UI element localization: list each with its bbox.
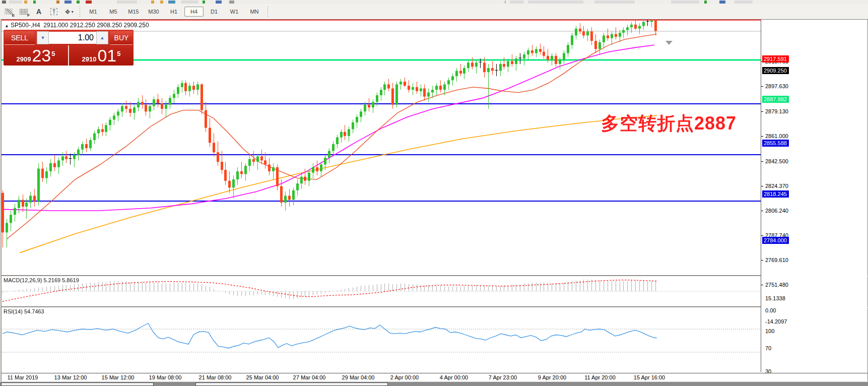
symbol-label: SP500-,H4	[11, 22, 40, 29]
macd-scale-label: 15.1338	[765, 295, 785, 301]
time-tick-label: 4 Apr 00:00	[440, 374, 468, 380]
drawing-tools-group: EFAT❖▾	[1, 6, 77, 18]
toolbar-icon-fragment	[33, 1, 36, 4]
ohlc-values: 2911.000 2912.250 2908.250 2909.250	[43, 22, 149, 29]
volume-input[interactable]	[49, 32, 96, 44]
bid-price-handle: 2909	[17, 55, 31, 63]
timeframe-button-m1[interactable]: M1	[84, 7, 103, 17]
timeframe-button-m5[interactable]: M5	[104, 7, 123, 17]
timeframe-button-h1[interactable]: H1	[164, 7, 183, 17]
taskbar-sliver	[0, 381, 868, 386]
time-tick-label: 7 Apr 23:00	[489, 374, 517, 380]
timeframe-button-m30[interactable]: M30	[144, 7, 163, 17]
time-tick-label: 9 Apr 20:00	[538, 374, 566, 380]
toolbar-icon-fragment	[86, 1, 92, 4]
rsi-scale-label: 70	[765, 345, 771, 351]
ask-price-handle: 2910	[82, 55, 97, 63]
one-click-trading-panel: SELL ▼ ▲ BUY 2909 23 5 2910	[4, 30, 133, 66]
hline-price-tag: 2909.250	[762, 67, 789, 74]
toolbar-icon-fragment	[216, 1, 222, 4]
timeframe-button-m15[interactable]: M15	[124, 7, 143, 17]
toolbar-icon-fragment	[24, 1, 27, 4]
toolbar-icon-fragment	[64, 1, 72, 4]
taskbar-window-box[interactable]	[1, 382, 154, 386]
buy-button[interactable]: BUY	[110, 31, 132, 45]
macd-scale-label: 0.00	[765, 307, 776, 313]
timeframe-button-w1[interactable]: W1	[225, 7, 244, 17]
toolbar-icon-fragment	[735, 1, 753, 4]
hline-price-tag: 2784.000	[762, 237, 789, 244]
price-tick-mark	[761, 285, 763, 285]
arrows-tool[interactable]: ❖▾	[62, 6, 76, 18]
time-tick-label: 27 Mar 04:00	[293, 374, 326, 380]
ask-price-big: 01	[97, 48, 116, 63]
time-tick-label: 25 Mar 04:00	[246, 374, 279, 380]
hline-price-tag: 2818.245	[762, 190, 789, 198]
collapse-triangle-icon[interactable]: ▲	[5, 23, 9, 28]
bid-price-sup: 5	[51, 51, 55, 57]
toolbar-icon-fragment	[160, 1, 163, 4]
elliott-wave-tool[interactable]: E	[2, 6, 16, 18]
timeframe-button-h4[interactable]: H4	[184, 7, 204, 17]
price-tick-label: 2861.000	[765, 133, 788, 139]
time-tick-label: 15 Apr 16:00	[634, 374, 665, 380]
sell-button[interactable]: SELL	[5, 31, 35, 45]
toolbar-icon-fragment	[168, 1, 175, 4]
price-tick-mark	[761, 235, 763, 236]
ask-price-sup: 5	[117, 51, 120, 57]
macd-scale-label: -14.2097	[765, 318, 787, 325]
volume-decrease-button[interactable]: ▼	[37, 31, 49, 44]
time-tick-label: 29 Mar 04:00	[342, 374, 375, 380]
bid-ask-display: 2909 23 5 2910 01 5	[4, 45, 133, 66]
rsi-canvas[interactable]	[2, 307, 761, 372]
hline-price-tag: 2887.882	[762, 96, 789, 103]
fibonacci-grid-tool[interactable]: F	[17, 6, 31, 18]
taskbar-window-box[interactable]	[195, 382, 388, 386]
timeframe-group: M1M5M15M30H1H4D1W1MN	[83, 7, 264, 17]
toolbar-icon-fragment	[719, 1, 725, 4]
timeframe-button-d1[interactable]: D1	[205, 7, 224, 17]
chart-text-annotation: 多空转折点2887	[601, 111, 737, 136]
toolbar-icon-fragment	[151, 1, 154, 4]
price-tick-mark	[761, 260, 763, 261]
rsi-indicator-panel[interactable]: RSI(14) 54.7463	[2, 307, 761, 372]
mt4-terminal: EFAT❖▾ M1M5M15M30H1H4D1W1MN ▲SP500-,H4 2…	[0, 0, 868, 386]
timeframe-button-mn[interactable]: MN	[245, 7, 264, 17]
time-tick-label: 21 Mar 08:00	[199, 374, 232, 380]
price-tick-label: 2806.240	[765, 208, 788, 214]
toolbar-icon-fragment	[77, 1, 80, 4]
fibonacci-grid-tool-icon	[20, 9, 28, 15]
toolbar-icon-fragment	[671, 1, 699, 4]
bid-price-big: 23	[32, 48, 51, 63]
time-tick-label: 11 Mar 2019	[8, 374, 38, 380]
volume-increase-button[interactable]: ▲	[96, 31, 108, 44]
time-scale[interactable]: 11 Mar 201913 Mar 12:0015 Mar 12:0019 Ma…	[2, 373, 867, 381]
macd-indicator-panel[interactable]: MACD(12,26,9) 5.2169 5.8619	[2, 276, 761, 306]
toolbar-icon-fragment	[2, 1, 6, 4]
price-tick-label: 2751.480	[765, 282, 788, 288]
price-tick-label: 2897.630	[765, 83, 788, 89]
toolbar-separator	[268, 6, 268, 17]
time-tick-label: 2 Apr 00:00	[390, 374, 419, 380]
bid-price[interactable]: 2909 23 5	[4, 45, 69, 66]
macd-label: MACD(12,26,9) 5.2169 5.8619	[4, 277, 79, 283]
toolbar-separator	[80, 6, 80, 17]
price-tick-label: 2842.500	[765, 158, 788, 164]
macd-canvas[interactable]	[2, 276, 761, 306]
price-scale[interactable]: 2915.7602897.6302879.1302861.0002842.500…	[761, 20, 867, 372]
ask-price[interactable]: 2910 01 5	[69, 45, 133, 66]
price-tick-mark	[761, 211, 763, 211]
toolbar-icon-fragment	[203, 1, 205, 4]
rsi-scale-label: 100	[765, 328, 774, 334]
label-tool[interactable]: T	[47, 6, 61, 18]
trade-controls-row: SELL ▼ ▲ BUY	[4, 31, 133, 45]
chart-shift-marker-icon[interactable]	[665, 41, 673, 45]
toolbar-icon-fragment	[505, 1, 506, 4]
toolbar-icon-fragment	[9, 1, 22, 4]
time-tick-label: 11 Apr 20:00	[584, 374, 616, 380]
main-chart-panel[interactable]: ▲SP500-,H4 2911.000 2912.250 2908.250 29…	[2, 20, 761, 275]
price-tick-mark	[761, 186, 763, 186]
text-tool[interactable]: A	[32, 6, 46, 18]
chart-window: ▲SP500-,H4 2911.000 2912.250 2908.250 29…	[1, 19, 868, 382]
price-tick-mark	[761, 86, 763, 87]
